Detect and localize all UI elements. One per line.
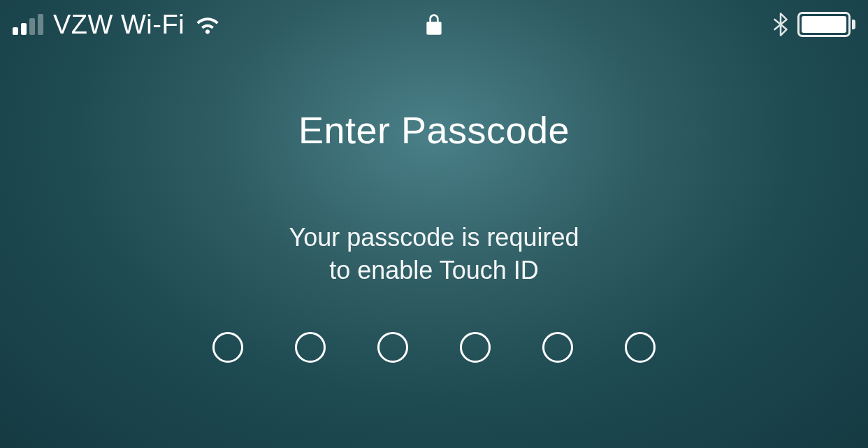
lock-icon [426, 13, 442, 36]
passcode-subtitle: Your passcode is required to enable Touc… [289, 222, 579, 287]
passcode-dot [377, 332, 408, 363]
passcode-dot [542, 332, 573, 363]
passcode-title: Enter Passcode [298, 108, 570, 152]
passcode-input[interactable] [0, 332, 868, 363]
passcode-dot [625, 332, 656, 363]
wifi-icon [194, 11, 221, 38]
status-bar-right [774, 12, 855, 37]
lock-screen-content: Enter Passcode Your passcode is required… [0, 108, 868, 287]
carrier-label: VZW Wi-Fi [53, 10, 185, 40]
bluetooth-icon [774, 13, 788, 36]
battery-icon [797, 12, 855, 37]
passcode-dot [460, 332, 491, 363]
passcode-dot [212, 332, 243, 363]
subtitle-line-1: Your passcode is required [289, 223, 579, 252]
status-bar-left: VZW Wi-Fi [13, 10, 221, 40]
status-bar: VZW Wi-Fi [0, 0, 868, 49]
subtitle-line-2: to enable Touch ID [329, 256, 539, 284]
cellular-signal-icon [13, 14, 43, 35]
passcode-dot [295, 332, 326, 363]
status-bar-center [426, 13, 442, 36]
